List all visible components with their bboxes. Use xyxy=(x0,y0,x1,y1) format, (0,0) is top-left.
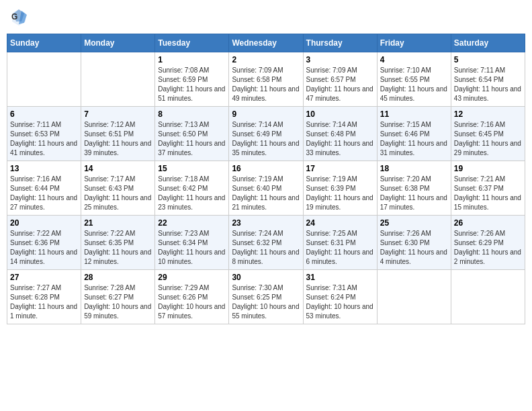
day-detail: Sunrise: 7:22 AMSunset: 6:35 PMDaylight:… xyxy=(84,229,152,267)
day-number: 15 xyxy=(158,164,226,173)
day-detail: Sunrise: 7:16 AMSunset: 6:44 PMDaylight:… xyxy=(10,175,78,212)
day-detail: Sunrise: 7:26 AMSunset: 6:29 PMDaylight:… xyxy=(454,229,522,267)
week-row-3: 13Sunrise: 7:16 AMSunset: 6:44 PMDayligh… xyxy=(7,161,525,216)
day-number: 11 xyxy=(380,109,448,119)
calendar-cell: 21Sunrise: 7:22 AMSunset: 6:35 PMDayligh… xyxy=(81,216,155,270)
day-detail: Sunrise: 7:21 AMSunset: 6:37 PMDaylight:… xyxy=(454,175,522,212)
day-number: 9 xyxy=(232,109,300,119)
calendar-cell: 1Sunrise: 7:08 AMSunset: 6:59 PMDaylight… xyxy=(155,52,229,107)
day-detail: Sunrise: 7:09 AMSunset: 6:57 PMDaylight:… xyxy=(306,66,374,103)
day-number: 3 xyxy=(306,55,374,64)
day-detail: Sunrise: 7:20 AMSunset: 6:38 PMDaylight:… xyxy=(380,175,448,212)
week-row-2: 6Sunrise: 7:11 AMSunset: 6:53 PMDaylight… xyxy=(7,107,525,161)
day-detail: Sunrise: 7:08 AMSunset: 6:59 PMDaylight:… xyxy=(158,66,226,103)
day-number: 30 xyxy=(232,273,300,282)
day-detail: Sunrise: 7:23 AMSunset: 6:34 PMDaylight:… xyxy=(158,229,226,267)
day-detail: Sunrise: 7:14 AMSunset: 6:49 PMDaylight:… xyxy=(232,120,300,158)
day-number: 25 xyxy=(380,218,448,228)
calendar-cell: 16Sunrise: 7:19 AMSunset: 6:40 PMDayligh… xyxy=(229,161,303,216)
calendar-cell: 24Sunrise: 7:25 AMSunset: 6:31 PMDayligh… xyxy=(303,216,377,270)
calendar-cell: 9Sunrise: 7:14 AMSunset: 6:49 PMDaylight… xyxy=(229,107,303,161)
day-detail: Sunrise: 7:30 AMSunset: 6:25 PMDaylight:… xyxy=(232,283,300,321)
day-number: 17 xyxy=(306,164,374,173)
calendar-cell: 5Sunrise: 7:11 AMSunset: 6:54 PMDaylight… xyxy=(451,52,525,107)
day-detail: Sunrise: 7:17 AMSunset: 6:43 PMDaylight:… xyxy=(84,175,152,212)
day-number: 19 xyxy=(454,164,522,173)
day-number: 5 xyxy=(454,55,522,64)
day-number: 23 xyxy=(232,218,300,228)
column-header-thursday: Thursday xyxy=(303,34,377,52)
day-number: 10 xyxy=(306,109,374,119)
day-detail: Sunrise: 7:16 AMSunset: 6:45 PMDaylight:… xyxy=(454,120,522,158)
day-detail: Sunrise: 7:14 AMSunset: 6:48 PMDaylight:… xyxy=(306,120,374,158)
day-number: 12 xyxy=(454,109,522,119)
day-number: 20 xyxy=(10,218,78,228)
day-number: 27 xyxy=(10,273,78,282)
calendar-cell: 12Sunrise: 7:16 AMSunset: 6:45 PMDayligh… xyxy=(451,107,525,161)
calendar-cell: 25Sunrise: 7:26 AMSunset: 6:30 PMDayligh… xyxy=(377,216,451,270)
calendar-cell: 13Sunrise: 7:16 AMSunset: 6:44 PMDayligh… xyxy=(7,161,81,216)
day-detail: Sunrise: 7:28 AMSunset: 6:27 PMDaylight:… xyxy=(84,283,152,321)
calendar-cell: 30Sunrise: 7:30 AMSunset: 6:25 PMDayligh… xyxy=(229,270,303,324)
calendar-cell: 4Sunrise: 7:10 AMSunset: 6:55 PMDaylight… xyxy=(377,52,451,107)
calendar-cell: 6Sunrise: 7:11 AMSunset: 6:53 PMDaylight… xyxy=(7,107,81,161)
day-number: 1 xyxy=(158,55,226,64)
day-detail: Sunrise: 7:26 AMSunset: 6:30 PMDaylight:… xyxy=(380,229,448,267)
column-header-friday: Friday xyxy=(377,34,451,52)
day-number: 21 xyxy=(84,218,152,228)
calendar-cell: 29Sunrise: 7:29 AMSunset: 6:26 PMDayligh… xyxy=(155,270,229,324)
day-number: 4 xyxy=(380,55,448,64)
calendar-cell: 11Sunrise: 7:15 AMSunset: 6:46 PMDayligh… xyxy=(377,107,451,161)
calendar-cell xyxy=(377,270,451,324)
day-detail: Sunrise: 7:24 AMSunset: 6:32 PMDaylight:… xyxy=(232,229,300,267)
calendar-table: SundayMondayTuesdayWednesdayThursdayFrid… xyxy=(7,34,525,324)
column-header-sunday: Sunday xyxy=(7,34,81,52)
day-number: 29 xyxy=(158,273,226,282)
day-detail: Sunrise: 7:11 AMSunset: 6:53 PMDaylight:… xyxy=(10,120,78,158)
calendar-cell: 18Sunrise: 7:20 AMSunset: 6:38 PMDayligh… xyxy=(377,161,451,216)
day-number: 16 xyxy=(232,164,300,173)
day-detail: Sunrise: 7:09 AMSunset: 6:58 PMDaylight:… xyxy=(232,66,300,103)
day-detail: Sunrise: 7:11 AMSunset: 6:54 PMDaylight:… xyxy=(454,66,522,103)
page-header: G xyxy=(7,7,525,28)
day-number: 13 xyxy=(10,164,78,173)
day-detail: Sunrise: 7:29 AMSunset: 6:26 PMDaylight:… xyxy=(158,283,226,321)
header-row: SundayMondayTuesdayWednesdayThursdayFrid… xyxy=(7,34,525,52)
week-row-1: 1Sunrise: 7:08 AMSunset: 6:59 PMDaylight… xyxy=(7,52,525,107)
day-number: 7 xyxy=(84,109,152,119)
calendar-cell: 26Sunrise: 7:26 AMSunset: 6:29 PMDayligh… xyxy=(451,216,525,270)
day-detail: Sunrise: 7:31 AMSunset: 6:24 PMDaylight:… xyxy=(306,283,374,321)
week-row-4: 20Sunrise: 7:22 AMSunset: 6:36 PMDayligh… xyxy=(7,216,525,270)
calendar-cell: 15Sunrise: 7:18 AMSunset: 6:42 PMDayligh… xyxy=(155,161,229,216)
day-detail: Sunrise: 7:25 AMSunset: 6:31 PMDaylight:… xyxy=(306,229,374,267)
day-number: 26 xyxy=(454,218,522,228)
calendar-cell: 17Sunrise: 7:19 AMSunset: 6:39 PMDayligh… xyxy=(303,161,377,216)
calendar-cell: 19Sunrise: 7:21 AMSunset: 6:37 PMDayligh… xyxy=(451,161,525,216)
week-row-5: 27Sunrise: 7:27 AMSunset: 6:28 PMDayligh… xyxy=(7,270,525,324)
day-number: 28 xyxy=(84,273,152,282)
calendar-cell: 27Sunrise: 7:27 AMSunset: 6:28 PMDayligh… xyxy=(7,270,81,324)
logo: G xyxy=(9,7,31,28)
day-detail: Sunrise: 7:12 AMSunset: 6:51 PMDaylight:… xyxy=(84,120,152,158)
calendar-cell: 22Sunrise: 7:23 AMSunset: 6:34 PMDayligh… xyxy=(155,216,229,270)
column-header-tuesday: Tuesday xyxy=(155,34,229,52)
calendar-cell: 20Sunrise: 7:22 AMSunset: 6:36 PMDayligh… xyxy=(7,216,81,270)
column-header-saturday: Saturday xyxy=(451,34,525,52)
day-detail: Sunrise: 7:15 AMSunset: 6:46 PMDaylight:… xyxy=(380,120,448,158)
day-detail: Sunrise: 7:19 AMSunset: 6:39 PMDaylight:… xyxy=(306,175,374,212)
day-number: 24 xyxy=(306,218,374,228)
day-detail: Sunrise: 7:19 AMSunset: 6:40 PMDaylight:… xyxy=(232,175,300,212)
logo-icon: G xyxy=(9,7,28,28)
day-number: 18 xyxy=(380,164,448,173)
calendar-cell xyxy=(451,270,525,324)
day-number: 6 xyxy=(10,109,78,119)
column-header-wednesday: Wednesday xyxy=(229,34,303,52)
calendar-cell: 2Sunrise: 7:09 AMSunset: 6:58 PMDaylight… xyxy=(229,52,303,107)
day-number: 2 xyxy=(232,55,300,64)
day-detail: Sunrise: 7:27 AMSunset: 6:28 PMDaylight:… xyxy=(10,283,78,321)
calendar-cell: 3Sunrise: 7:09 AMSunset: 6:57 PMDaylight… xyxy=(303,52,377,107)
calendar-cell: 14Sunrise: 7:17 AMSunset: 6:43 PMDayligh… xyxy=(81,161,155,216)
day-number: 14 xyxy=(84,164,152,173)
day-number: 31 xyxy=(306,273,374,282)
day-detail: Sunrise: 7:10 AMSunset: 6:55 PMDaylight:… xyxy=(380,66,448,103)
